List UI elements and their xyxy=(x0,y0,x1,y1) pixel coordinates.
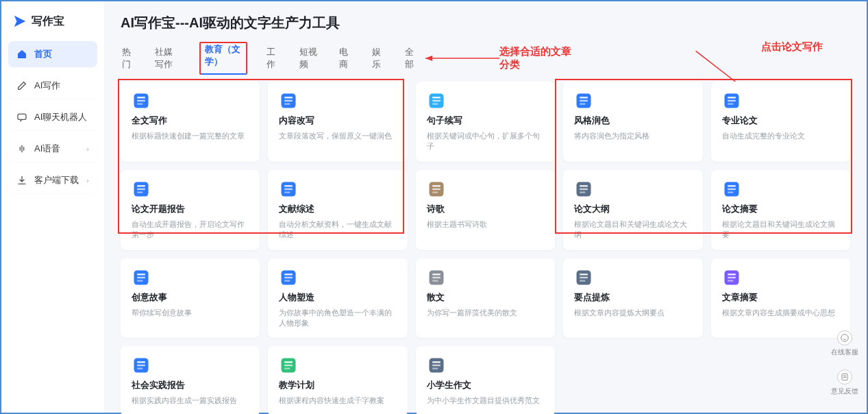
tab-social[interactable]: 社媒写作 xyxy=(153,42,181,75)
tab-ecommerce[interactable]: 电商 xyxy=(338,42,353,75)
home-icon xyxy=(16,49,27,60)
svg-rect-39 xyxy=(580,188,588,190)
card-icon xyxy=(279,180,298,199)
support-button[interactable]: 在线客服 xyxy=(831,330,858,357)
svg-rect-36 xyxy=(432,191,438,193)
card-desc: 根据课程内容快速生成千字教案 xyxy=(279,395,396,406)
svg-rect-34 xyxy=(432,185,441,186)
card-icon xyxy=(574,180,593,199)
svg-rect-44 xyxy=(728,191,733,193)
card-title: 小学生作文 xyxy=(427,379,544,391)
tab-all[interactable]: 全部 xyxy=(404,42,419,75)
card-2[interactable]: 句子续写根据关键词或中心句，扩展多个句子 xyxy=(416,82,555,162)
svg-rect-43 xyxy=(728,188,736,190)
svg-rect-12 xyxy=(285,103,290,105)
svg-rect-19 xyxy=(580,100,588,101)
card-desc: 帮你续写创意故事 xyxy=(132,308,249,318)
svg-rect-32 xyxy=(285,191,290,193)
card-icon xyxy=(427,268,446,287)
annotation-right: 点击论文写作 xyxy=(761,40,823,53)
main-content: AI写作宝---AI驱动的文字生产力工具 热门 社媒写作 教育（文学） 工作 短… xyxy=(104,1,867,413)
svg-rect-46 xyxy=(137,273,145,275)
card-icon xyxy=(574,268,593,287)
card-9[interactable]: 论文摘要根据论文题目和关键词生成论文摘要 xyxy=(711,170,850,250)
sidebar-item-aiwrite[interactable]: AI写作 xyxy=(8,73,97,99)
svg-rect-66 xyxy=(137,362,145,363)
card-13[interactable]: 要点提炼根据文章内容提炼大纲要点 xyxy=(563,258,702,339)
sidebar: 写作宝 首页 AI写作 AI聊天机器人 AI语音 › 客户端下载 › xyxy=(1,1,104,413)
svg-rect-22 xyxy=(728,97,736,98)
card-title: 要点提炼 xyxy=(574,291,691,304)
card-5[interactable]: 论文开题报告自动生成开题报告，开启论文写作第一步 xyxy=(121,170,260,250)
brand: 写作宝 xyxy=(8,11,97,36)
card-icon xyxy=(132,91,151,110)
svg-rect-71 xyxy=(285,365,293,366)
svg-rect-11 xyxy=(285,100,293,101)
card-14[interactable]: 文章摘要根据文章内容生成摘要或中心思想 xyxy=(711,258,850,339)
card-12[interactable]: 散文为你写一篇辞藻优美的散文 xyxy=(416,258,555,339)
card-icon xyxy=(427,356,446,375)
download-icon xyxy=(16,175,27,186)
card-3[interactable]: 风格润色将内容润色为指定风格 xyxy=(563,82,702,162)
card-title: 教学计划 xyxy=(279,379,396,391)
card-desc: 自动生成开题报告，开启论文写作第一步 xyxy=(132,219,249,241)
card-title: 诗歌 xyxy=(427,203,544,215)
card-7[interactable]: 诗歌根据主题书写诗歌 xyxy=(416,170,555,250)
svg-point-77 xyxy=(841,334,849,342)
sidebar-label: 客户端下载 xyxy=(34,174,79,186)
card-8[interactable]: 论文大纲根据论文题目和关键词生成论文大纲 xyxy=(563,170,702,250)
card-desc: 为你写一篇辞藻优美的散文 xyxy=(427,308,544,318)
svg-rect-56 xyxy=(432,280,438,281)
card-title: 风格润色 xyxy=(574,114,691,127)
card-15[interactable]: 社会实践报告根据实践内容生成一篇实践报告 xyxy=(121,346,260,414)
card-desc: 文章段落改写，保留原义一键润色 xyxy=(279,131,396,141)
svg-rect-7 xyxy=(137,100,145,101)
card-icon xyxy=(279,356,298,375)
svg-rect-10 xyxy=(285,97,293,98)
svg-rect-59 xyxy=(580,276,588,278)
card-desc: 根据文章内容生成摘要或中心思想 xyxy=(722,308,839,318)
svg-rect-75 xyxy=(432,365,441,366)
card-title: 创意故事 xyxy=(132,291,249,304)
card-1[interactable]: 内容改写文章段落改写，保留原义一键润色 xyxy=(268,82,407,162)
card-4[interactable]: 专业论文自动生成完整的专业论文 xyxy=(711,82,850,162)
sidebar-item-download[interactable]: 客户端下载 › xyxy=(8,167,97,193)
card-17[interactable]: 小学生作文为中小学生作文题目提供优秀范文 xyxy=(416,346,555,414)
card-6[interactable]: 文献综述自动分析文献资料，一键生成文献综述 xyxy=(268,170,407,250)
card-0[interactable]: 全文写作根据标题快速创建一篇完整的文章 xyxy=(121,82,260,162)
svg-rect-76 xyxy=(432,368,438,369)
svg-rect-20 xyxy=(580,103,585,105)
feedback-icon xyxy=(837,369,852,385)
tabs-row: 热门 社媒写作 教育（文学） 工作 短视频 电商 娱乐 全部 选择合适的文章分类… xyxy=(121,42,850,75)
sidebar-item-aivoice[interactable]: AI语音 › xyxy=(8,136,97,162)
card-10[interactable]: 创意故事帮你续写创意故事 xyxy=(121,258,260,339)
svg-rect-8 xyxy=(137,103,142,105)
chevron-right-icon: › xyxy=(86,145,89,153)
card-title: 散文 xyxy=(427,291,544,304)
svg-rect-55 xyxy=(432,276,441,278)
card-desc: 为中小学生作文题目提供优秀范文 xyxy=(427,395,544,406)
card-11[interactable]: 人物塑造为你故事中的角色塑造一个丰满的人物形象 xyxy=(268,258,407,339)
card-title: 论文大纲 xyxy=(574,203,691,215)
card-title: 社会实践报告 xyxy=(132,379,249,391)
sidebar-item-home[interactable]: 首页 xyxy=(8,41,97,67)
card-16[interactable]: 教学计划根据课程内容快速生成千字教案 xyxy=(268,346,407,414)
sidebar-item-aichat[interactable]: AI聊天机器人 xyxy=(8,104,97,130)
svg-rect-62 xyxy=(728,273,736,275)
svg-rect-72 xyxy=(285,368,290,369)
card-icon xyxy=(722,91,741,110)
tab-education[interactable]: 教育（文学） xyxy=(199,42,248,75)
feedback-button[interactable]: 意见反馈 xyxy=(831,369,858,396)
tab-hot[interactable]: 热门 xyxy=(121,42,136,75)
card-desc: 自动分析文献资料，一键生成文献综述 xyxy=(279,219,396,241)
svg-rect-27 xyxy=(137,188,145,190)
svg-rect-70 xyxy=(285,362,293,363)
svg-rect-52 xyxy=(285,280,290,281)
tab-shortvideo[interactable]: 短视频 xyxy=(298,42,319,75)
svg-rect-58 xyxy=(580,273,588,275)
tab-entertainment[interactable]: 娱乐 xyxy=(371,42,386,75)
svg-rect-64 xyxy=(728,280,733,281)
card-icon xyxy=(132,268,151,287)
card-icon xyxy=(722,180,741,199)
tab-work[interactable]: 工作 xyxy=(265,42,280,75)
